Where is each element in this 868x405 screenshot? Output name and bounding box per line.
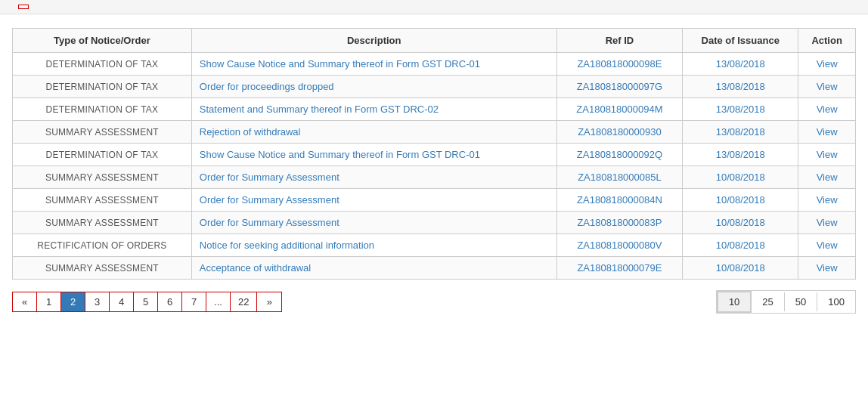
table-row: SUMMARY ASSESSMENTOrder for Summary Asse… — [13, 212, 856, 234]
pagination-page-3[interactable]: 3 — [85, 292, 110, 311]
cell-description: Order for Summary Assessment — [191, 166, 556, 189]
table-row: DETERMINATION OF TAXOrder for proceeding… — [13, 76, 856, 98]
main-content: Type of Notice/Order Description Ref ID … — [0, 14, 868, 324]
view-link[interactable]: View — [817, 194, 838, 206]
cell-type: SUMMARY ASSESSMENT — [13, 189, 192, 212]
col-header-date: Date of Issuance — [683, 29, 798, 53]
cell-type: DETERMINATION OF TAX — [13, 144, 192, 166]
cell-refid: ZA1808180000930 — [556, 121, 682, 144]
col-header-description: Description — [191, 29, 556, 53]
table-row: SUMMARY ASSESSMENTOrder for Summary Asse… — [13, 166, 856, 189]
pagination-page-4[interactable]: 4 — [110, 292, 134, 311]
cell-description: Notice for seeking additional informatio… — [191, 234, 556, 257]
view-link[interactable]: View — [817, 217, 838, 228]
pagination-prev[interactable]: « — [13, 292, 37, 311]
pagination-page-2[interactable]: 2 — [61, 292, 85, 311]
cell-description: Show Cause Notice and Summary thereof in… — [191, 53, 556, 76]
cell-date: 13/08/2018 — [683, 144, 798, 166]
view-link[interactable]: View — [817, 104, 838, 115]
pagination: «1234567...22» — [12, 292, 282, 312]
pagination-page-1[interactable]: 1 — [37, 292, 61, 311]
page-size-bar: 102550100 — [716, 290, 856, 314]
breadcrumb-current — [18, 5, 29, 9]
cell-description: Statement and Summary thereof in Form GS… — [191, 98, 556, 121]
col-header-refid: Ref ID — [556, 29, 682, 53]
table-row: SUMMARY ASSESSMENTRejection of withdrawa… — [13, 121, 856, 144]
view-link[interactable]: View — [817, 58, 838, 70]
cell-date: 13/08/2018 — [683, 98, 798, 121]
cell-description: Order for proceedings dropped — [191, 76, 556, 98]
cell-action: View — [798, 53, 856, 76]
breadcrumb-bar — [0, 0, 868, 14]
table-row: SUMMARY ASSESSMENTAcceptance of withdraw… — [13, 257, 856, 280]
cell-refid: ZA180818000094M — [556, 98, 682, 121]
cell-date: 13/08/2018 — [683, 53, 798, 76]
pagination-page-22[interactable]: 22 — [231, 292, 257, 311]
page-size-10[interactable]: 10 — [717, 291, 752, 313]
cell-action: View — [798, 166, 856, 189]
table-row: RECTIFICATION OF ORDERSNotice for seekin… — [13, 234, 856, 257]
cell-action: View — [798, 212, 856, 234]
cell-date: 13/08/2018 — [683, 76, 798, 98]
pagination-page-6[interactable]: 6 — [158, 292, 182, 311]
cell-description: Show Cause Notice and Summary thereof in… — [191, 144, 556, 166]
cell-refid: ZA180818000085L — [556, 166, 682, 189]
cell-action: View — [798, 234, 856, 257]
col-header-action: Action — [798, 29, 856, 53]
cell-refid: ZA180818000079E — [556, 257, 682, 280]
cell-date: 13/08/2018 — [683, 121, 798, 144]
page-size-50[interactable]: 50 — [785, 292, 817, 311]
pagination-next[interactable]: » — [257, 292, 281, 311]
cell-date: 10/08/2018 — [683, 212, 798, 234]
table-header-row: Type of Notice/Order Description Ref ID … — [13, 29, 856, 53]
cell-date: 10/08/2018 — [683, 234, 798, 257]
cell-type: SUMMARY ASSESSMENT — [13, 121, 192, 144]
page-size-100[interactable]: 100 — [817, 292, 855, 311]
cell-type: DETERMINATION OF TAX — [13, 98, 192, 121]
cell-type: SUMMARY ASSESSMENT — [13, 257, 192, 280]
cell-refid: ZA180818000080V — [556, 234, 682, 257]
pagination-bar: «1234567...22» 102550100 — [12, 287, 856, 317]
table-row: SUMMARY ASSESSMENTOrder for Summary Asse… — [13, 189, 856, 212]
table-row: DETERMINATION OF TAXShow Cause Notice an… — [13, 53, 856, 76]
view-link[interactable]: View — [817, 126, 838, 138]
cell-refid: ZA180818000083P — [556, 212, 682, 234]
cell-type: RECTIFICATION OF ORDERS — [13, 234, 192, 257]
pagination-page-7[interactable]: 7 — [182, 292, 206, 311]
cell-action: View — [798, 98, 856, 121]
view-link[interactable]: View — [817, 240, 838, 251]
table-row: DETERMINATION OF TAXShow Cause Notice an… — [13, 144, 856, 166]
view-link[interactable]: View — [817, 172, 838, 183]
view-link[interactable]: View — [817, 262, 838, 274]
cell-description: Acceptance of withdrawal — [191, 257, 556, 280]
cell-action: View — [798, 121, 856, 144]
view-link[interactable]: View — [817, 149, 838, 160]
cell-type: SUMMARY ASSESSMENT — [13, 166, 192, 189]
pagination-page-5[interactable]: 5 — [134, 292, 158, 311]
cell-refid: ZA180818000092Q — [556, 144, 682, 166]
cell-type: DETERMINATION OF TAX — [13, 53, 192, 76]
pagination-page-...[interactable]: ... — [206, 292, 231, 311]
cell-refid: ZA180818000097G — [556, 76, 682, 98]
cell-date: 10/08/2018 — [683, 166, 798, 189]
table-row: DETERMINATION OF TAXStatement and Summar… — [13, 98, 856, 121]
cell-description: Order for Summary Assessment — [191, 189, 556, 212]
cell-date: 10/08/2018 — [683, 189, 798, 212]
cell-type: SUMMARY ASSESSMENT — [13, 212, 192, 234]
col-header-type: Type of Notice/Order — [13, 29, 192, 53]
view-link[interactable]: View — [817, 81, 838, 92]
cell-description: Rejection of withdrawal — [191, 121, 556, 144]
cell-refid: ZA180818000098E — [556, 53, 682, 76]
cell-action: View — [798, 189, 856, 212]
cell-type: DETERMINATION OF TAX — [13, 76, 192, 98]
page-size-25[interactable]: 25 — [752, 292, 784, 311]
cell-action: View — [798, 76, 856, 98]
cell-action: View — [798, 144, 856, 166]
notices-table: Type of Notice/Order Description Ref ID … — [12, 28, 856, 280]
cell-refid: ZA180818000084N — [556, 189, 682, 212]
cell-date: 10/08/2018 — [683, 257, 798, 280]
cell-action: View — [798, 257, 856, 280]
cell-description: Order for Summary Assessment — [191, 212, 556, 234]
